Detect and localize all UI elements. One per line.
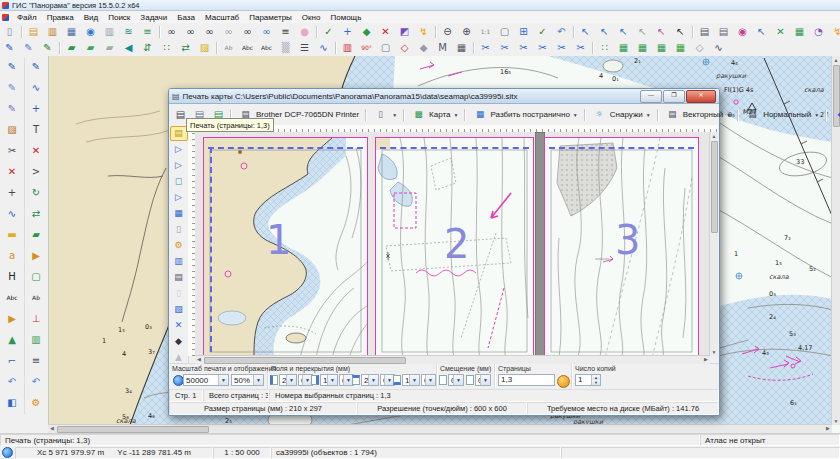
pages-input[interactable]: 1,3 [498,374,555,386]
menu-база[interactable]: База [172,13,200,22]
move2-icon[interactable]: ⇄ [26,205,46,224]
stack-icon[interactable]: ▦ [791,24,809,40]
grid-split-icon[interactable]: ▦ [634,40,652,56]
search-icon[interactable]: ∞ [163,24,181,40]
angle-icon[interactable]: > [26,163,46,182]
edit-cut-icon[interactable]: ✎ [2,79,22,98]
gear-icon[interactable]: ⚙ [26,394,46,413]
torch2-icon[interactable]: ▶ [26,247,46,266]
select-region-icon[interactable]: ◻ [170,174,188,189]
offset-combo-1[interactable]: 0▼ [448,374,464,386]
select-poly-icon[interactable]: ◆ [358,24,376,40]
display-percent-combo[interactable]: 50%▼ [231,374,264,386]
ink-icon[interactable]: ◆ [170,334,188,349]
marker-icon[interactable]: ● [296,24,314,40]
preview-page-2[interactable]: 2 [375,137,534,356]
select-add-icon[interactable]: + [339,24,357,40]
pan-view-icon[interactable]: ⊞ [515,24,533,40]
delete-object-icon[interactable]: ✕ [2,163,22,182]
menu-правка[interactable]: Правка [42,13,79,22]
hatch-icon[interactable]: ▨ [196,40,214,56]
wave-icon[interactable]: ∿ [710,40,728,56]
frame-mode-button[interactable]: ☼ Снаружи▼ [587,105,655,124]
torch-a-icon[interactable]: a [2,247,22,266]
zoom-frame-icon[interactable]: ▢ [496,24,514,40]
copies-spinner[interactable]: 1 ▲▼ [575,374,601,386]
preview-page-3[interactable]: 3 [544,137,699,356]
menu-помощь[interactable]: Помощь [325,13,366,22]
copy-gray-icon[interactable]: ▒ [277,40,295,56]
paste-map-icon[interactable]: ▥ [101,24,119,40]
map-new-icon[interactable]: ▯ [1,24,19,40]
ruler-red-icon[interactable]: ▥ [339,40,357,56]
gates-icon[interactable]: T [26,121,46,140]
preview-page-1[interactable]: 1 [203,137,368,356]
pointer-icon[interactable]: ↖ [753,24,771,40]
crosshair-icon[interactable]: + [2,184,22,203]
abc-text-icon[interactable]: Abc [2,289,22,308]
offset-combo-2[interactable]: 0▼ [475,374,491,386]
page-delete-icon[interactable]: ✕ [170,318,188,333]
shapes-icon[interactable]: ◩ [396,24,414,40]
split-object-icon[interactable]: ⇵ [139,40,157,56]
cut-join-icon[interactable]: ✂ [572,40,590,56]
preview-vertical-scrollbar[interactable]: ▲ ▼ [709,132,718,356]
export-emf-icon[interactable]: ▷ [170,142,188,157]
run-task-icon[interactable]: ↯ [415,24,433,40]
print-pages-icon[interactable]: ▤ [170,126,188,141]
peaks-icon[interactable]: M [434,40,452,56]
map-horizontal-scrollbar[interactable]: ◀ ▶ [48,424,832,433]
page-blank-icon[interactable]: ▯ [170,222,188,237]
database-icon[interactable]: ▦ [63,24,81,40]
pages-group-icon[interactable]: ▦ [170,206,188,221]
colors-icon[interactable]: ◉ [734,24,752,40]
draw-query-icon[interactable]: ✎ [20,40,38,56]
dialog-close-button[interactable]: ✕ [686,90,716,103]
delete2-icon[interactable]: ✕ [26,142,46,161]
quality-mode-button[interactable]: ▤ Нормальный▼ [740,105,823,124]
view-ok-icon[interactable]: ✓ [534,24,552,40]
page-disabled-icon[interactable]: ▯ [170,286,188,301]
curve-icon[interactable]: ∿ [2,205,22,224]
nodes-icon[interactable]: ∷ [158,40,176,56]
grid-merge-icon[interactable]: ▦ [615,40,633,56]
find-select-icon[interactable]: ↖ [653,24,671,40]
select-ok-icon[interactable]: ✓ [320,24,338,40]
zoom-out-icon[interactable]: ⊖ [439,24,457,40]
dialog-minimize-button[interactable]: — [640,90,662,103]
list-edit-icon[interactable]: ☰ [296,40,314,56]
print-setup-icon[interactable]: ▤ [715,24,733,40]
measure-icon[interactable]: ⊥ [26,310,46,329]
margin-combo-1[interactable]: 20▼ [279,374,297,386]
menu-вид[interactable]: Вид [79,13,103,22]
menu-масштаб[interactable]: Масштаб [200,13,244,22]
spline-icon[interactable]: ∿ [315,40,333,56]
cut-line-icon[interactable]: ✂ [477,40,495,56]
split-pages-button[interactable]: ▦ Разбить постранично▼ [467,105,581,124]
copy-obj-icon[interactable]: ▥ [26,331,46,350]
menu-окно[interactable]: Окно [297,13,326,22]
search-name-icon[interactable]: ∞ [201,24,219,40]
torch-icon[interactable]: ▶ [2,310,22,329]
draw-icon[interactable]: ✎ [1,40,19,56]
delete-green-icon[interactable]: ✕ [772,24,790,40]
page-view-icon[interactable]: ▧ [170,302,188,317]
margin-combo-2[interactable]: 10▼ [320,374,338,386]
diamond-gray-icon[interactable]: ◆ [415,40,433,56]
print-mode-button[interactable]: ▩ Карта▼ [406,105,462,124]
margin-combo-3[interactable]: 20▼ [361,374,379,386]
zoom-1-1-icon[interactable]: 1:1 [477,24,495,40]
layers-icon[interactable]: ≋ [120,24,138,40]
select-object-icon[interactable]: ↖ [596,24,614,40]
fill-icon[interactable]: ▨ [2,121,22,140]
select-map-icon[interactable]: ↖ [634,24,652,40]
rotate-90-icon[interactable]: 90° [358,40,376,56]
spline2-icon[interactable]: ∿ [26,79,46,98]
h-text-icon[interactable]: H [2,268,22,287]
vector-mode-button[interactable]: ▤ Векторный▼ [660,105,735,124]
page-save-icon[interactable]: ▥ [170,254,188,269]
cut-area-icon[interactable]: ✂ [515,40,533,56]
grid-edit-icon[interactable]: ▦ [653,40,671,56]
undo-icon[interactable]: ↶ [2,373,22,392]
orientation-button[interactable]: ▯ ▼ [368,105,401,124]
